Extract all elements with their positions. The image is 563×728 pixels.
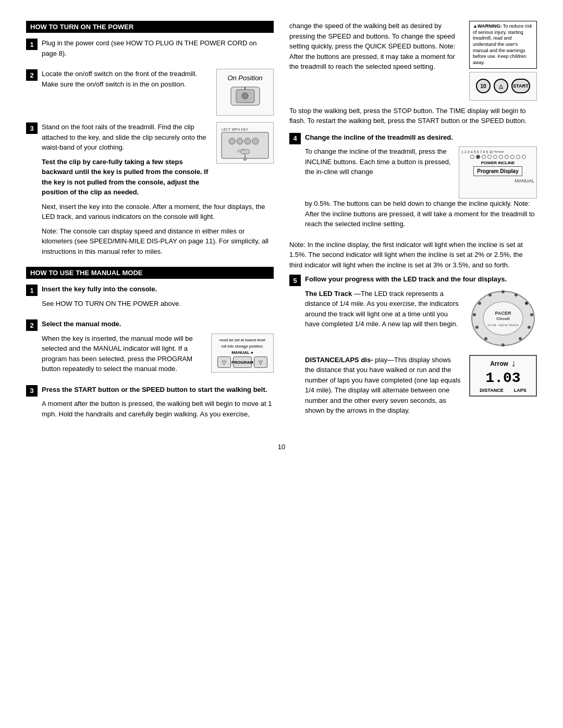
dot3: [482, 155, 486, 159]
svg-point-28: [473, 313, 476, 316]
step3-note: Note: The console can display speed and …: [42, 226, 274, 257]
manual-indicator: MANUAL ●: [231, 350, 253, 355]
svg-point-26: [484, 337, 487, 340]
on-position-diagram: On Position: [216, 69, 274, 116]
stop-text: To stop the walking belt, press the STOP…: [289, 106, 537, 126]
step2-content: Locate the on/off switch on the front of…: [42, 69, 274, 116]
step3-power: 3 Stand on the foot rails of the treadmi…: [26, 122, 274, 261]
step3-bold: Test the clip by care-fully taking a few…: [42, 157, 211, 198]
program-display-box: Program Display: [473, 166, 522, 176]
left-column: HOW TO TURN ON THE POWER 1 Plug in the p…: [26, 21, 274, 433]
step2-manual: 2 Select the manual mode. When the key i…: [26, 319, 274, 378]
right-top-text: change the speed of the walking belt as …: [289, 21, 464, 101]
step3m-number: 3: [26, 385, 38, 397]
key-diagram: LECT MPH KEY △ ▽ ○: [216, 122, 274, 164]
step2-power: 2 Locate the on/off switch on the front …: [26, 69, 274, 116]
step1-number: 1: [26, 39, 38, 50]
incline-display: 12345678910 %/note: [459, 146, 537, 199]
led-track-text-block: The LED Track —The LED track represents …: [305, 289, 463, 334]
key-svg: LECT MPH KEY △ ▽ ○: [219, 125, 271, 161]
laps-label: LAPS: [514, 388, 527, 393]
warning-title: ▲WARNING:: [473, 23, 501, 29]
start-btn: START: [511, 79, 530, 93]
speed-btn-10: 10: [476, 79, 491, 93]
step3m-detail: A moment after the button is pressed, th…: [42, 399, 274, 419]
speed-btn-up: △: [494, 79, 508, 93]
svg-point-23: [528, 326, 531, 329]
step1m-content: Insert the key fully into the console. S…: [42, 284, 274, 313]
svg-point-8: [252, 138, 259, 144]
svg-point-2: [242, 93, 248, 99]
down-arrow-icon: ↓: [511, 358, 516, 369]
svg-text:PACER: PACER: [495, 311, 511, 316]
step5-content: Follow your progress with the LED track …: [305, 274, 537, 426]
svg-point-21: [525, 302, 528, 305]
pacer-diagram: PACER Circuit 1/4 MI · 400 M TRACK: [469, 289, 537, 349]
svg-point-30: [488, 293, 492, 297]
incline-dots-row: [470, 155, 526, 159]
step1m-number: 1: [26, 285, 38, 296]
svg-text:LECT MPH KEY: LECT MPH KEY: [222, 128, 249, 131]
page: HOW TO TURN ON THE POWER 1 Plug in the p…: [0, 0, 563, 728]
step4-text: Change the incline of the treadmill as d…: [305, 132, 537, 143]
led-track-section: The LED Track —The LED track represents …: [305, 289, 537, 349]
step3-text2: Next, insert the key into the console. A…: [42, 202, 274, 222]
step1-manual: 1 Insert the key fully into the console.…: [26, 284, 274, 313]
svg-point-29: [478, 302, 481, 305]
incline-power-label: POWER INCLINE: [481, 161, 515, 165]
step1-power: 1 Plug in the power cord (see HOW TO PLU…: [26, 38, 274, 63]
incline-manual-label: MANUAL: [515, 178, 534, 183]
svg-point-22: [530, 313, 533, 316]
svg-point-27: [475, 326, 479, 329]
step2-number: 2: [26, 69, 38, 81]
pacer-svg: PACER Circuit 1/4 MI · 400 M TRACK: [469, 289, 537, 349]
step2-text: Locate the on/off switch on the front of…: [42, 69, 211, 89]
svg-point-5: [229, 138, 235, 144]
warning-text: To reduce risk of serious injury, starti…: [473, 23, 532, 65]
step3-number: 3: [26, 122, 38, 134]
led-track-title: The LED Track: [305, 290, 352, 298]
warning-box: ▲WARNING: To reduce risk of serious inju…: [469, 21, 537, 69]
dot5: [493, 155, 497, 159]
svg-point-13: [243, 157, 247, 161]
svg-text:1/4 MI · 400 M TRACK: 1/4 MI · 400 M TRACK: [487, 324, 519, 327]
step1-content: Plug in the power cord (see HOW TO PLUG …: [42, 38, 274, 63]
dot7: [505, 155, 509, 159]
manual-top-text1: must be set at lowest level: [219, 338, 265, 342]
step1m-text: Insert the key fully into the console.: [42, 284, 274, 294]
svg-point-19: [501, 290, 505, 293]
step2m-text: Select the manual mode.: [42, 319, 274, 329]
triangle-btn-right: ▽: [254, 356, 267, 368]
page-number: 10: [26, 443, 537, 451]
step2m-content: Select the manual mode. When the key is …: [42, 319, 274, 378]
step4-block: 4 Change the incline of the treadmill as…: [289, 132, 537, 233]
step4-detail2: by 0.5%. The buttons can be held down to…: [305, 199, 537, 229]
step3m-text: Press the START button or the SPEED butt…: [42, 385, 274, 395]
led-track-paragraph: The LED Track —The LED track represents …: [305, 289, 463, 329]
manual-mode-diagram: must be set at lowest level roll into st…: [211, 334, 274, 373]
step3m-content: Press the START button or the SPEED butt…: [42, 385, 274, 424]
svg-point-25: [501, 343, 505, 347]
step5-text: Follow your progress with the LED track …: [305, 274, 537, 285]
manual-top-text2: roll into storage position.: [221, 344, 263, 349]
svg-point-6: [237, 138, 243, 144]
note-incline: Note: In the incline display, the first …: [289, 240, 537, 270]
step1-text: Plug in the power cord (see HOW TO PLUG …: [42, 38, 274, 58]
distance-title: DISTANCE/LAPS dis-: [305, 356, 373, 364]
step1m-subtext: See HOW TO TURN ON THE POWER above.: [42, 299, 274, 309]
distance-paragraph: DISTANCE/LAPS dis- play—This display sho…: [305, 355, 462, 416]
continue-text: change the speed of the walking belt as …: [289, 21, 464, 72]
step3-manual: 3 Press the START button or the SPEED bu…: [26, 385, 274, 424]
dot8: [510, 155, 515, 159]
dot10: [522, 155, 526, 159]
distance-number: 1.03: [485, 371, 520, 386]
step2m-number: 2: [26, 319, 38, 331]
dot9: [516, 155, 520, 159]
dot2: [476, 155, 480, 159]
section-header-manual: HOW TO USE THE MANUAL MODE: [26, 267, 274, 279]
step4-number: 4: [289, 133, 301, 144]
step4-content: Change the incline of the treadmill as d…: [305, 132, 537, 233]
switch-svg: [228, 82, 262, 110]
distance-display: Arrow ↓ 1.03 DISTANCE LAPS: [469, 355, 537, 397]
step5-number: 5: [289, 275, 301, 286]
